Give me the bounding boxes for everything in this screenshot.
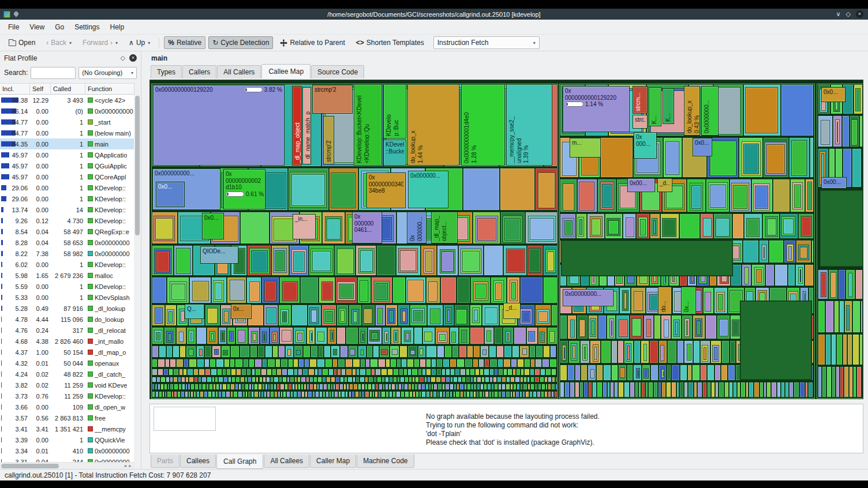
treemap-empty-area[interactable]	[820, 190, 863, 267]
treemap-cell[interactable]	[308, 391, 312, 397]
treemap-cell[interactable]	[446, 377, 450, 382]
treemap-cell[interactable]: 0x0...	[693, 138, 712, 156]
treemap-cell[interactable]	[634, 340, 641, 363]
treemap-cell[interactable]	[279, 277, 300, 303]
treemap-cell[interactable]	[322, 377, 326, 382]
treemap-subcell[interactable]	[296, 350, 301, 355]
treemap-cell[interactable]	[421, 391, 426, 397]
treemap-cell[interactable]	[326, 377, 331, 382]
treemap-subcell[interactable]	[619, 320, 628, 337]
treemap-cell[interactable]	[611, 365, 618, 381]
treemap-cell[interactable]	[700, 213, 713, 239]
treemap-cell[interactable]	[325, 359, 333, 367]
treemap-subcell[interactable]	[326, 311, 333, 322]
treemap-cell[interactable]	[358, 327, 368, 344]
treemap-cell[interactable]	[230, 346, 240, 358]
treemap-subcell[interactable]	[716, 218, 730, 237]
treemap-cell[interactable]	[524, 359, 530, 367]
treemap-cell[interactable]	[849, 366, 853, 397]
treemap-subcell[interactable]	[361, 350, 364, 355]
open-button[interactable]: Open	[5, 36, 39, 49]
treemap-subcell[interactable]	[369, 330, 379, 341]
treemap-subcell[interactable]	[461, 330, 467, 343]
treemap-cell[interactable]	[534, 369, 540, 376]
treemap-cell[interactable]	[567, 315, 577, 339]
treemap-cell[interactable]	[387, 369, 393, 376]
treemap-cell[interactable]	[777, 382, 781, 397]
treemap-cell[interactable]	[201, 377, 207, 382]
treemap-cell[interactable]	[243, 359, 249, 367]
table-row[interactable]: 86.140.00(0)0x000000000	[0, 106, 134, 117]
treemap-cell[interactable]	[818, 301, 825, 333]
treemap-subcell[interactable]	[781, 216, 795, 236]
treemap-cell[interactable]	[181, 391, 185, 397]
treemap-subcell[interactable]	[582, 344, 587, 361]
treemap-cell[interactable]	[560, 365, 567, 381]
column-self[interactable]: Self	[30, 84, 51, 94]
treemap-cell[interactable]	[309, 384, 313, 390]
treemap-cell[interactable]	[784, 240, 796, 263]
treemap-subcell[interactable]	[837, 122, 838, 142]
treemap-cell[interactable]	[156, 377, 160, 382]
treemap-subcell[interactable]	[579, 219, 582, 235]
treemap-cell[interactable]	[466, 369, 470, 376]
treemap-cell[interactable]	[844, 301, 852, 333]
treemap-subcell[interactable]	[282, 281, 298, 301]
treemap-subcell[interactable]	[394, 330, 398, 343]
treemap-cell[interactable]	[751, 179, 773, 212]
treemap-subcell[interactable]	[541, 334, 543, 341]
treemap-cell[interactable]	[332, 359, 338, 367]
treemap-cell[interactable]	[831, 334, 836, 365]
treemap-cell[interactable]	[671, 382, 676, 397]
treemap-cell[interactable]	[583, 382, 588, 397]
treemap-cell[interactable]	[248, 377, 252, 382]
treemap-subcell[interactable]	[821, 120, 830, 145]
treemap-cell[interactable]	[309, 245, 334, 276]
treemap-subcell[interactable]	[253, 333, 257, 341]
treemap-cell[interactable]	[724, 382, 729, 397]
table-row[interactable]: 3.413.411 351 421__memcpy	[0, 423, 134, 434]
treemap-subcell[interactable]	[528, 331, 536, 341]
treemap-cell[interactable]	[288, 359, 293, 367]
treemap-cell[interactable]	[365, 391, 369, 397]
treemap-cell[interactable]	[340, 346, 347, 358]
treemap-cell[interactable]: 0x00000000001292201.14 %	[563, 86, 630, 132]
treemap-subcell[interactable]	[590, 216, 602, 237]
treemap-subcell[interactable]	[506, 249, 525, 273]
treemap-cell[interactable]	[739, 137, 762, 178]
treemap-cell[interactable]	[345, 359, 353, 367]
treemap-cell[interactable]	[697, 382, 702, 397]
treemap-cell[interactable]	[457, 277, 470, 303]
treemap-cell[interactable]	[196, 327, 207, 344]
treemap-cell[interactable]: __memcpy_sse2_unaligned1.39 %	[506, 84, 552, 166]
treemap-cell[interactable]	[789, 382, 794, 397]
treemap-subcell[interactable]	[477, 218, 496, 241]
treemap-cell[interactable]	[376, 245, 396, 276]
treemap-subcell[interactable]	[663, 371, 664, 376]
treemap-cell[interactable]	[577, 315, 588, 339]
table-row[interactable]: 5.981.652 679 236malloc	[0, 270, 134, 281]
treemap-cell[interactable]	[186, 327, 196, 344]
treemap-cell[interactable]	[852, 301, 860, 333]
event-type-select[interactable]: Instruction Fetch ▾	[433, 36, 540, 49]
treemap-subcell[interactable]	[851, 119, 858, 145]
treemap-cell[interactable]	[338, 359, 345, 367]
treemap-cell[interactable]	[415, 377, 419, 382]
treemap-subcell[interactable]	[437, 332, 447, 343]
treemap-cell[interactable]	[576, 213, 587, 239]
treemap-subcell[interactable]	[579, 182, 594, 211]
treemap-cell[interactable]	[233, 391, 238, 397]
treemap-cell[interactable]	[401, 391, 405, 397]
treemap-cell[interactable]	[391, 327, 401, 344]
treemap-cell[interactable]	[310, 346, 318, 358]
treemap-cell[interactable]	[856, 366, 861, 397]
treemap-cell[interactable]	[520, 277, 543, 303]
treemap-subcell[interactable]	[361, 331, 365, 343]
treemap-cell[interactable]	[717, 315, 730, 339]
treemap-cell[interactable]	[327, 327, 336, 344]
treemap-cell[interactable]	[721, 340, 729, 363]
treemap-cell[interactable]	[252, 377, 256, 382]
treemap-cell[interactable]	[560, 382, 564, 397]
treemap-subcell[interactable]	[626, 343, 631, 362]
treemap-cell[interactable]	[272, 346, 278, 358]
